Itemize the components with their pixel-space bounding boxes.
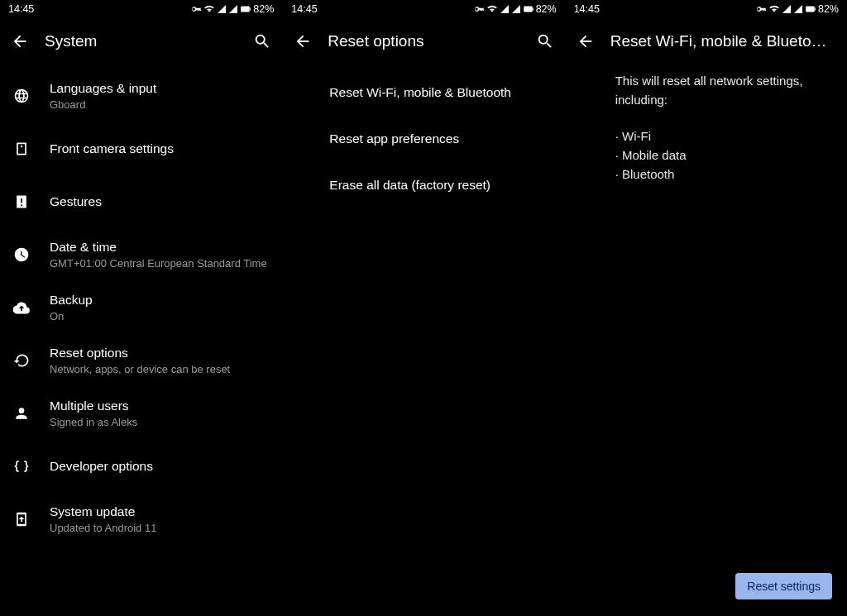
status-battery: 82% [818, 3, 839, 15]
reset-settings-button[interactable]: Reset settings [735, 573, 832, 599]
panel-reset-options: 14:45 82% Reset options Reset Wi-Fi, mob… [282, 0, 564, 616]
item-sub: Signed in as Aleks [50, 416, 137, 429]
bullet-list: Wi-Fi Mobile data Bluetooth [615, 127, 832, 184]
item-title: Erase all data (factory reset) [329, 177, 490, 193]
key-icon [473, 3, 485, 15]
sidebar-item-sysupdate[interactable]: System updateUpdated to Android 11 [0, 493, 282, 546]
option-reset-apps[interactable]: Reset app preferences [283, 116, 564, 162]
item-sub: Gboard [50, 98, 156, 112]
item-title: Developer options [50, 458, 153, 474]
search-button[interactable] [535, 31, 555, 51]
item-title: Reset options [50, 345, 230, 361]
sidebar-item-users[interactable]: Multiple usersSigned in as Aleks [0, 387, 282, 440]
page-title: Reset options [328, 32, 519, 50]
status-bar: 14:45 82% [0, 0, 282, 18]
key-icon [190, 3, 202, 15]
status-time: 14:45 [8, 3, 34, 15]
sidebar-item-reset[interactable]: Reset optionsNetwork, apps, or device ca… [0, 334, 282, 387]
option-reset-network[interactable]: Reset Wi-Fi, mobile & Bluetooth [283, 69, 564, 116]
intro-text: This will reset all network settings, in… [615, 71, 832, 110]
person-icon [12, 405, 31, 422]
item-title: Reset app preferences [329, 131, 459, 146]
reset-description: This will reset all network settings, in… [566, 64, 847, 190]
status-battery: 82% [253, 3, 274, 15]
signal-icon [793, 3, 803, 15]
settings-list: Languages & inputGboard Front camera set… [0, 64, 282, 616]
back-button[interactable] [576, 31, 596, 51]
braces-icon [12, 458, 31, 475]
item-sub: Updated to Android 11 [50, 522, 156, 535]
signal-icon [500, 3, 510, 15]
bullet-item: Wi-Fi [615, 127, 832, 146]
signal-icon [782, 3, 792, 15]
back-button[interactable] [10, 31, 30, 51]
signal-icon [228, 3, 238, 15]
battery-icon [240, 3, 251, 15]
page-title: Reset Wi-Fi, mobile & Blueto… [610, 32, 837, 50]
cloud-up-icon [12, 299, 31, 316]
item-title: Backup [50, 292, 93, 308]
reset-options-list: Reset Wi-Fi, mobile & Bluetooth Reset ap… [283, 64, 564, 616]
item-sub: Network, apps, or device can be reset [50, 363, 230, 376]
signal-icon [511, 3, 521, 15]
sidebar-item-languages[interactable]: Languages & inputGboard [0, 69, 282, 122]
status-bar: 14:45 82% [566, 0, 847, 18]
page-title: System [45, 32, 237, 50]
item-title: Multiple users [50, 398, 137, 413]
sidebar-item-gestures[interactable]: Gestures [0, 175, 282, 228]
item-title: Languages & input [50, 80, 156, 96]
item-sub: On [50, 310, 93, 323]
status-time: 14:45 [574, 3, 600, 15]
app-bar: Reset Wi-Fi, mobile & Blueto… [566, 18, 847, 64]
search-button[interactable] [252, 31, 272, 51]
key-icon [755, 3, 767, 15]
clock-icon [12, 246, 31, 263]
panel-system: 14:45 82% System Languages & inputGboard… [0, 0, 282, 616]
option-factory-reset[interactable]: Erase all data (factory reset) [283, 162, 564, 208]
signal-icon [217, 3, 227, 15]
status-battery: 82% [536, 3, 557, 15]
wifi-icon [768, 3, 780, 15]
globe-icon [12, 88, 31, 104]
battery-icon [805, 3, 816, 15]
battery-icon [523, 3, 534, 15]
sidebar-item-backup[interactable]: BackupOn [0, 281, 282, 334]
item-title: Reset Wi-Fi, mobile & Bluetooth [329, 84, 511, 100]
item-sub: GMT+01:00 Central European Standard Time [50, 257, 267, 270]
item-title: Front camera settings [50, 141, 174, 156]
bullet-item: Mobile data [615, 146, 832, 165]
frontcam-icon [12, 141, 31, 157]
bullet-item: Bluetooth [615, 165, 832, 184]
item-title: System update [50, 504, 156, 519]
sidebar-item-developer[interactable]: Developer options [0, 440, 282, 493]
app-bar: Reset options [283, 18, 564, 64]
status-bar: 14:45 82% [283, 0, 564, 18]
restore-icon [12, 352, 31, 369]
sidebar-item-frontcam[interactable]: Front camera settings [0, 122, 282, 175]
wifi-icon [486, 3, 498, 15]
wifi-icon [203, 3, 215, 15]
back-button[interactable] [293, 31, 313, 51]
gestures-icon [12, 193, 31, 210]
status-time: 14:45 [291, 3, 317, 15]
item-title: Gestures [50, 193, 102, 209]
panel-reset-network: 14:45 82% Reset Wi-Fi, mobile & Blueto… … [565, 0, 847, 616]
item-title: Date & time [50, 239, 267, 255]
sysupdate-icon [12, 511, 31, 528]
sidebar-item-datetime[interactable]: Date & timeGMT+01:00 Central European St… [0, 228, 282, 281]
app-bar: System [0, 18, 282, 64]
